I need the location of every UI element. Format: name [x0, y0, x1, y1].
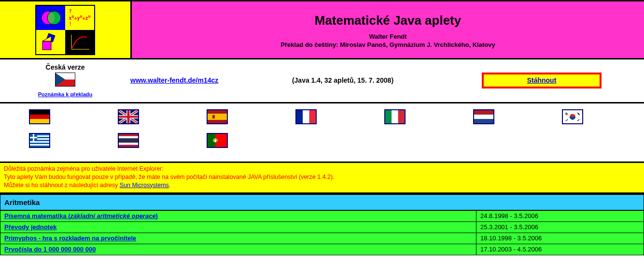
- svg-rect-10: [30, 110, 49, 115]
- svg-rect-27: [474, 110, 493, 115]
- svg-rect-44: [30, 144, 49, 146]
- applet-date: 17.10.2003 - 4.5.2006: [476, 244, 644, 255]
- svg-rect-17: [119, 116, 138, 118]
- svg-rect-47: [30, 137, 37, 138]
- applet-date: 25.3.2001 - 3.5.2006: [476, 221, 644, 233]
- download-link[interactable]: Stáhnout: [527, 76, 557, 84]
- logo-cell: ?xn+yn+zn!: [0, 1, 130, 58]
- applet-table: Písemná matematika (základní aritmetické…: [0, 210, 644, 255]
- table-row: Prvočísla do 1 000 000 000 00017.10.2003…: [0, 244, 644, 255]
- svg-rect-11: [30, 115, 49, 119]
- applet-date: 18.10.1998 - 3.5.2006: [476, 233, 644, 244]
- pythagoras-icon: [39, 32, 63, 52]
- svg-rect-12: [30, 119, 49, 123]
- flag-pt-icon[interactable]: [207, 133, 228, 148]
- svg-rect-19: [208, 114, 227, 120]
- flag-gr-icon[interactable]: [29, 133, 50, 148]
- curve-icon: [68, 32, 92, 52]
- flag-de-icon[interactable]: [29, 109, 50, 124]
- sun-link[interactable]: Sun Microsystems: [120, 182, 169, 189]
- applet-date: 24.8.1998 - 3.5.2006: [476, 210, 644, 221]
- table-row: Primyphos - hra s rozkladem na prvočinit…: [0, 233, 644, 244]
- flag-th-icon[interactable]: [118, 133, 139, 148]
- czech-flag-icon[interactable]: [55, 73, 75, 87]
- table-row: Převody jednotek25.3.2001 - 3.5.2006: [0, 221, 644, 233]
- svg-point-1: [47, 11, 61, 25]
- applet-link[interactable]: Písemná matematika (základní aritmetické…: [4, 212, 158, 220]
- java-info: (Java 1.4, 32 apletů, 15. 7. 2008): [241, 76, 444, 84]
- language-flags: [0, 103, 644, 162]
- svg-rect-29: [474, 119, 493, 123]
- applet-link[interactable]: Převody jednotek: [4, 223, 56, 231]
- table-row: Písemná matematika (základní aritmetické…: [0, 210, 644, 221]
- svg-rect-22: [303, 110, 309, 123]
- svg-rect-23: [309, 110, 316, 123]
- flag-kr-icon[interactable]: [562, 109, 583, 124]
- section-heading: Aritmetika: [0, 194, 644, 210]
- flag-nl-icon[interactable]: [473, 109, 494, 124]
- svg-rect-54: [214, 139, 217, 142]
- version-label: Česká verze: [0, 63, 130, 73]
- applet-link[interactable]: Primyphos - hra s rozkladem na prvočinit…: [4, 235, 136, 242]
- translator: Překlad do češtiny: Miroslav Panoš, Gymn…: [132, 41, 644, 48]
- svg-rect-25: [392, 110, 398, 123]
- flag-es-icon[interactable]: [207, 109, 228, 124]
- author: Walter Fendt: [132, 33, 644, 40]
- equation-icon: ?xn+yn+zn!: [65, 6, 94, 30]
- svg-rect-21: [296, 110, 303, 123]
- svg-rect-28: [474, 115, 493, 119]
- flag-uk-icon[interactable]: [118, 109, 139, 124]
- java-notice: Důležitá poznámka zejména pro uživatele …: [0, 163, 644, 192]
- flag-fr-icon[interactable]: [295, 109, 317, 124]
- main-url-link[interactable]: www.walter-fendt.de/m14cz: [130, 76, 218, 84]
- flag-it-icon[interactable]: [384, 109, 406, 124]
- page-title: Matematické Java aplety: [132, 13, 644, 28]
- translation-note-link[interactable]: Poznámka k překladu: [0, 91, 130, 97]
- svg-rect-2: [42, 41, 51, 50]
- download-button[interactable]: Stáhnout: [482, 73, 602, 88]
- svg-rect-24: [385, 110, 392, 123]
- svg-rect-50: [119, 138, 138, 143]
- applet-link[interactable]: Prvočísla do 1 000 000 000 000: [4, 246, 96, 253]
- math-logo: ?xn+yn+zn!: [35, 5, 95, 55]
- svg-rect-20: [212, 115, 215, 118]
- svg-marker-4: [42, 36, 51, 41]
- svg-rect-26: [398, 110, 405, 123]
- venn-icon: [39, 8, 63, 28]
- svg-rect-43: [30, 141, 49, 143]
